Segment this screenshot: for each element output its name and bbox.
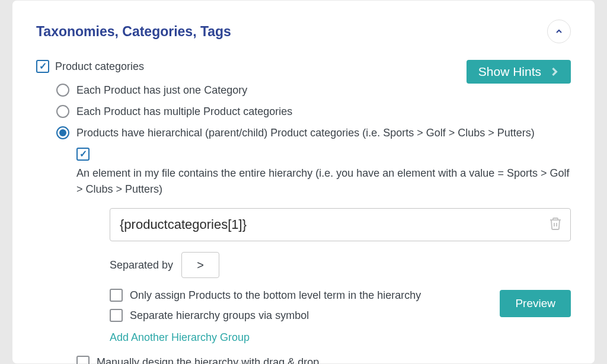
- taxonomies-panel: Taxonomies, Categories, Tags Product cat…: [12, 0, 595, 364]
- hierarchy-field-input[interactable]: [110, 208, 571, 241]
- top-row: Product categories Show Hints: [36, 60, 571, 84]
- radio-one-category-input[interactable]: [56, 84, 69, 97]
- show-hints-button[interactable]: Show Hints: [467, 60, 571, 84]
- radio-hierarchical-input[interactable]: [56, 126, 69, 139]
- hierarchy-section: An element in my file contains the entir…: [76, 148, 571, 344]
- bottom-level-option: Only assign Products to the bottom level…: [110, 289, 500, 302]
- hierarchy-desc: An element in my file contains the entir…: [76, 165, 571, 197]
- manual-design-checkbox[interactable]: [76, 356, 90, 364]
- hierarchy-full-element-checkbox[interactable]: [76, 148, 90, 161]
- radio-multiple-categories-label: Each Product has multiple Product catego…: [76, 106, 292, 118]
- separate-groups-option: Separate hierarchy groups via symbol: [110, 309, 500, 322]
- preview-button[interactable]: Preview: [500, 290, 571, 317]
- radio-multiple-categories[interactable]: Each Product has multiple Product catego…: [56, 105, 571, 118]
- field-input-wrapper: [110, 208, 571, 241]
- manual-design-label: Manually design the hierarchy with drag …: [97, 356, 319, 365]
- options-preview-row: Only assign Products to the bottom level…: [110, 289, 571, 344]
- product-categories-checkbox[interactable]: [36, 60, 49, 73]
- panel-header: Taxonomies, Categories, Tags: [36, 20, 571, 43]
- radio-multiple-categories-input[interactable]: [56, 105, 69, 118]
- radio-hierarchical-label: Products have hierarchical (parent/child…: [76, 127, 535, 139]
- show-hints-label: Show Hints: [478, 65, 541, 79]
- chevron-right-icon: [548, 66, 560, 78]
- radio-one-category-label: Each Product has just one Category: [76, 84, 247, 97]
- bottom-level-label: Only assign Products to the bottom level…: [130, 289, 421, 302]
- separate-groups-label: Separate hierarchy groups via symbol: [130, 309, 309, 322]
- category-mode-radio-group: Each Product has just one Category Each …: [56, 84, 571, 139]
- chevron-up-icon: [554, 27, 564, 36]
- radio-hierarchical[interactable]: Products have hierarchical (parent/child…: [56, 126, 571, 139]
- separator-label: Separated by: [110, 259, 173, 272]
- manual-design-option: Manually design the hierarchy with drag …: [76, 356, 571, 364]
- radio-one-category[interactable]: Each Product has just one Category: [56, 84, 571, 97]
- separate-groups-checkbox[interactable]: [110, 309, 123, 322]
- separator-input[interactable]: [181, 252, 219, 278]
- collapse-button[interactable]: [547, 20, 571, 43]
- hierarchy-options: Only assign Products to the bottom level…: [110, 289, 500, 344]
- hierarchy-field-section: Separated by Only assign Products to the…: [110, 208, 571, 344]
- trash-icon: [548, 216, 563, 231]
- separator-row: Separated by: [110, 252, 571, 278]
- product-categories-label: Product categories: [55, 60, 144, 73]
- delete-field-button[interactable]: [548, 216, 563, 233]
- product-categories-checkbox-row: Product categories: [36, 60, 144, 73]
- add-hierarchy-group-link[interactable]: Add Another Hierarchy Group: [110, 331, 250, 344]
- bottom-level-checkbox[interactable]: [110, 289, 123, 302]
- panel-title: Taxonomies, Categories, Tags: [36, 24, 231, 40]
